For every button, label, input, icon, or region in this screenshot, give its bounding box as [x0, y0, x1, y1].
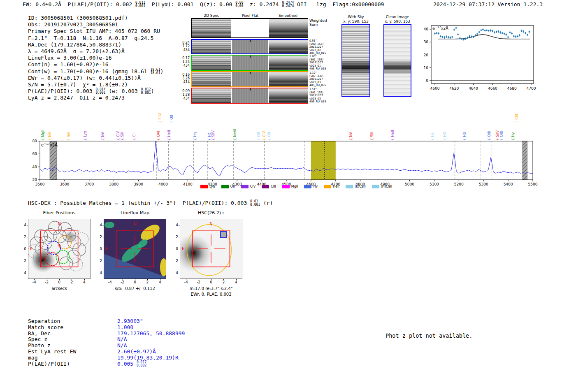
tick-mark: [34, 279, 35, 280]
cutout-caption: m:17.0 re:3.7" s:2.4": [170, 286, 253, 291]
info-line: Obs: 20191207v023_3005068501: [28, 21, 163, 28]
tick-mark: [27, 261, 28, 261]
spec2d-row: [191, 18, 308, 38]
inset-unit-label: e−17x2Å: [432, 26, 448, 30]
tick-mark: [147, 279, 148, 280]
x-tick-label: 0: [54, 280, 64, 284]
stacked-uncertainty: 18.6118.61: [150, 68, 160, 75]
emission-line-label: { NV: [101, 132, 105, 140]
row-label: Match score: [28, 324, 63, 330]
y-tick-label: 4: [95, 223, 102, 227]
legend-swatch: [346, 185, 353, 188]
emission-line-label: { SiIV: [495, 130, 499, 140]
emission-line-label: { NeVI: [233, 129, 237, 140]
x-tick-label: 4: [231, 280, 241, 284]
info-line: LyA z = 2.8247 OII z = 0.2473: [28, 95, 163, 101]
tick-mark: [179, 225, 180, 225]
stacked-uncertainty: 0.0140.001: [95, 88, 105, 95]
legend-item: CIII: [262, 185, 276, 188]
north-label: N: [58, 222, 60, 226]
x-tick-label: -2: [194, 280, 204, 284]
svg-text:5200: 5200: [454, 182, 464, 186]
row-value: 2.60(±0.97)Å: [117, 348, 156, 355]
spec2d-grid: 2D SpecPixel FlatSmoothedWeightedSum0.24…: [177, 12, 350, 106]
svg-text:0: 0: [426, 79, 428, 83]
left-label: 0.17: [180, 56, 190, 60]
emission-line-label: { OIII: [487, 131, 491, 140]
spec2d-row-left-labels: 0.163.26414: [180, 73, 190, 84]
emission-line-label: { OVI: [156, 131, 160, 140]
x-tick-label: 4: [79, 280, 89, 284]
unit-text: x2Å: [441, 26, 448, 30]
left-label: 434: [180, 48, 190, 52]
y-tick-label: -4: [19, 271, 26, 275]
svg-text:4680: 4680: [507, 86, 517, 90]
left-label: 434: [180, 97, 190, 100]
legend-item: HeII: [324, 185, 339, 188]
row-label: RA, Dec: [28, 330, 51, 336]
svg-text:20: 20: [33, 178, 37, 182]
left-label: 0.09: [180, 89, 190, 93]
clean-image: [383, 24, 411, 97]
spec2d-col-header: Pixel Flat: [234, 14, 267, 18]
emission-line-label: { CIV: [116, 131, 120, 140]
unit-text: −17: [435, 26, 441, 29]
smoothed-image: [269, 72, 308, 86]
spec2d-image: [192, 72, 231, 86]
emission-line-label: { NV: [349, 132, 353, 140]
row-value: 19.99(19.83,20.19)R: [117, 355, 179, 361]
legend-label: MgII: [291, 185, 298, 188]
svg-text:10: 10: [424, 66, 428, 70]
emission-line-label: { SiII: [120, 132, 124, 140]
tick-mark: [179, 249, 180, 249]
x-tick-label: -2: [42, 280, 52, 284]
y-tick-label: 2: [171, 235, 178, 239]
stacked-uncertainty: 0.24740.2474: [282, 1, 294, 8]
spec2d-row: [191, 88, 308, 104]
smoothed-image: [269, 40, 308, 53]
left-label: 1.24: [180, 60, 190, 64]
row-label: Spec z: [28, 336, 47, 342]
y-tick-label: -2: [19, 259, 26, 263]
text-segment: LyA z = 2.8247 OII z = 0.2473: [28, 95, 125, 101]
x-tick-label: -4: [105, 280, 115, 284]
legend-swatch: [221, 185, 229, 188]
tick-mark: [186, 279, 186, 280]
tick-mark: [27, 225, 28, 225]
y-tick-label: -2: [171, 259, 178, 263]
emission-line-label: { SiIV: [158, 113, 162, 123]
svg-text:20: 20: [424, 53, 428, 57]
cutout-title: HSC(26.2) r: [176, 210, 246, 216]
sky-panel-title: With Sky: [335, 15, 376, 19]
text-segment: 2.60(±0.97)Å: [117, 348, 156, 355]
y-tick-label: -4: [171, 271, 178, 275]
cutout-image-hsc-r: NE: [180, 219, 242, 279]
text-segment: 1.000: [117, 324, 133, 330]
smoothed-image: [269, 56, 308, 70]
east-label: E: [106, 246, 108, 251]
svg-text:5300: 5300: [479, 182, 488, 186]
tick-mark: [72, 279, 72, 280]
y-tick-label: 0: [171, 247, 178, 251]
emission-line-label: { Hγ: [511, 132, 515, 140]
legend-label: HeII: [333, 185, 339, 188]
legend-swatch: [372, 185, 379, 188]
emission-line-label: { OII: [257, 132, 261, 140]
legend-item: (K)CaII: [346, 185, 366, 188]
x-tick-label: 4: [155, 280, 165, 284]
row-value: N/A: [117, 336, 127, 342]
x-tick-label: -4: [29, 280, 39, 284]
svg-text:3900: 3900: [134, 182, 143, 186]
svg-text:80: 80: [33, 139, 37, 143]
left-label: 1.28: [180, 93, 190, 97]
text-segment: Cont(n) = 1.60(±0.02)e-16: [28, 61, 109, 67]
svg-text:5500: 5500: [528, 182, 538, 186]
left-label: 0.16: [180, 73, 190, 77]
y-tick-label: -2: [95, 259, 102, 263]
pixel-flat-image: [232, 88, 268, 103]
legend-swatch: [304, 185, 311, 188]
spec2d-row: [191, 71, 308, 87]
tick-mark: [59, 279, 60, 280]
legend-item: OII: [221, 185, 235, 188]
cutout-title: Lineflux Map: [100, 210, 170, 216]
